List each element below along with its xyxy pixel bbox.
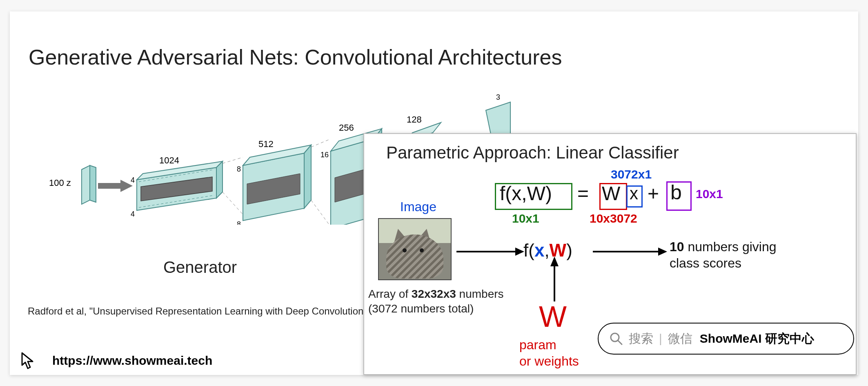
slide-title: Generative Adversarial Nets: Convolution… bbox=[29, 45, 562, 69]
svg-marker-10 bbox=[658, 248, 667, 256]
gen-b1-h: 4 bbox=[131, 210, 135, 218]
gen-output-channels: 3 bbox=[496, 93, 500, 101]
search-icon bbox=[609, 332, 623, 346]
gen-b2-channels: 512 bbox=[258, 139, 274, 149]
svg-line-3 bbox=[223, 157, 243, 163]
svg-line-4 bbox=[223, 192, 243, 214]
param-line2: or weights bbox=[519, 354, 579, 369]
gen-b3-w: 16 bbox=[320, 151, 329, 159]
cursor-icon bbox=[19, 351, 38, 371]
slide-citation: Radford et al, "Unsupervised Representat… bbox=[28, 306, 371, 317]
output-line2: class scores bbox=[670, 256, 741, 271]
svg-line-6 bbox=[311, 200, 331, 225]
search-label: 搜索 bbox=[629, 330, 653, 347]
search-brand: ShowMeAI 研究中心 bbox=[700, 330, 814, 347]
search-divider: | bbox=[659, 332, 662, 346]
param-line1: param bbox=[519, 337, 556, 353]
gen-b2-h: 8 bbox=[237, 220, 241, 225]
gen-block-1 bbox=[137, 161, 223, 210]
generator-caption: Generator bbox=[163, 258, 237, 277]
big-w: W bbox=[539, 300, 567, 333]
fxw-expression: f(x,W) bbox=[523, 240, 572, 261]
gen-b1-channels: 1024 bbox=[159, 155, 179, 165]
gen-block-2 bbox=[243, 145, 311, 221]
gen-b1-w: 4 bbox=[131, 176, 135, 184]
gen-b3-channels: 256 bbox=[339, 123, 354, 133]
gen-b2-w: 8 bbox=[237, 165, 241, 173]
gen-input-label: 100 z bbox=[49, 178, 71, 188]
search-channel: 微信 bbox=[668, 330, 692, 347]
svg-line-5 bbox=[311, 139, 331, 147]
output-line1: 10 numbers giving bbox=[670, 239, 776, 254]
svg-line-14 bbox=[618, 341, 622, 344]
svg-marker-8 bbox=[515, 248, 524, 256]
search-pill[interactable]: 搜索 | 微信 ShowMeAI 研究中心 bbox=[598, 323, 854, 355]
footer-url: https://www.showmeai.tech bbox=[52, 354, 212, 368]
gen-b4-channels: 128 bbox=[407, 114, 422, 125]
gen-b2-stride: Stride 2 bbox=[267, 224, 292, 225]
